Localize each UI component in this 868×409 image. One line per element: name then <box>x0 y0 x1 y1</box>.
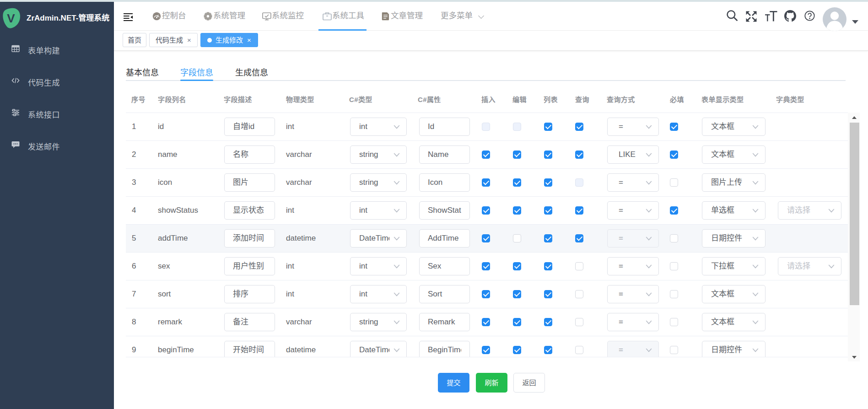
svg-text:V: V <box>7 11 15 25</box>
